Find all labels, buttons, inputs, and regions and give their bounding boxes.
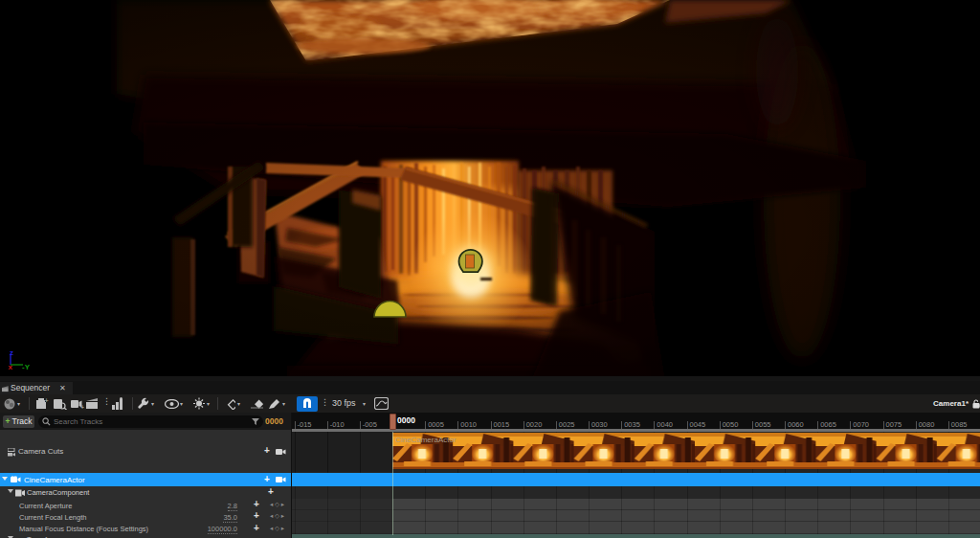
svg-text:CineCameraActor: CineCameraActor	[395, 436, 457, 444]
svg-text:+: +	[45, 398, 49, 404]
svg-text:x: x	[9, 363, 13, 371]
svg-text:z: z	[10, 348, 13, 357]
svg-text:-Y: -Y	[22, 363, 31, 371]
svg-text:+: +	[80, 404, 84, 410]
